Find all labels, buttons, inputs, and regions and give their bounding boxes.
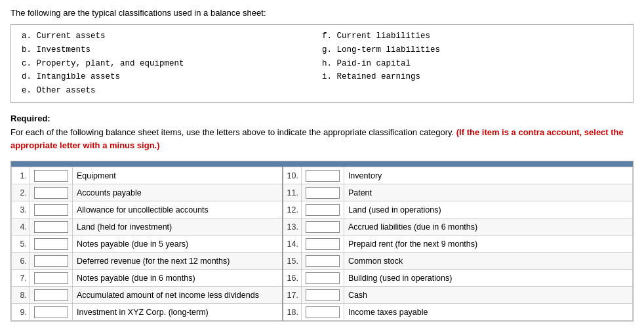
answer-input-left[interactable]: [30, 167, 73, 184]
item-label-right: Prepaid rent (for the next 9 months): [344, 236, 632, 253]
row-number-right: 17.: [283, 287, 302, 304]
answer-field[interactable]: [306, 187, 340, 199]
item-label-left: Equipment: [73, 167, 283, 184]
answer-input-right[interactable]: [301, 218, 344, 236]
item-label-left: Notes payable (due in 6 months): [73, 270, 283, 287]
answer-input-right[interactable]: [301, 270, 344, 287]
answer-input-left[interactable]: [30, 270, 73, 287]
row-number-left: 5.: [12, 236, 30, 253]
answer-field[interactable]: [306, 306, 340, 318]
classification-item: e. Other assets: [22, 85, 322, 97]
row-number-left: 7.: [12, 270, 30, 287]
row-number-right: 13.: [283, 218, 302, 236]
answer-input-right[interactable]: [301, 201, 344, 218]
classification-item: a. Current assets: [22, 30, 322, 43]
answer-input-left[interactable]: [30, 218, 73, 236]
item-label-right: Patent: [344, 184, 632, 201]
table-row: 5.Notes payable (due in 5 years)14.Prepa…: [12, 236, 633, 253]
answer-field[interactable]: [34, 238, 68, 250]
answer-field[interactable]: [34, 255, 68, 267]
required-text: For each of the following balance sheet …: [10, 127, 454, 137]
answer-field[interactable]: [306, 289, 340, 301]
row-number-left: 9.: [12, 304, 30, 321]
row-number-left: 8.: [12, 287, 30, 304]
item-label-left: Accounts payable: [73, 184, 283, 201]
classification-item: g. Long-term liabilities: [322, 44, 622, 56]
table-row: 2.Accounts payable11.Patent: [12, 184, 633, 201]
classification-item: f. Current liabilities: [322, 30, 622, 43]
answer-input-left[interactable]: [30, 304, 73, 321]
answer-input-right[interactable]: [301, 184, 344, 201]
answer-field[interactable]: [306, 221, 340, 233]
answer-field[interactable]: [306, 238, 340, 250]
classifications-left: a. Current assetsb. Investmentsc. Proper…: [22, 30, 322, 97]
answer-field[interactable]: [34, 272, 68, 284]
answer-input-left[interactable]: [30, 253, 73, 270]
answer-input-right[interactable]: [301, 304, 344, 321]
item-label-left: Deferred revenue (for the next 12 months…: [73, 253, 283, 270]
item-label-right: Common stock: [344, 253, 632, 270]
row-number-right: 18.: [283, 304, 302, 321]
classification-item: i. Retained earnings: [322, 71, 622, 83]
items-table: 1.Equipment10.Inventory2.Accounts payabl…: [11, 167, 633, 321]
answer-field[interactable]: [34, 221, 68, 233]
classifications-grid: a. Current assetsb. Investmentsc. Proper…: [11, 25, 633, 102]
intro-text: The following are the typical classifica…: [10, 8, 634, 18]
table-row: 6.Deferred revenue (for the next 12 mont…: [12, 253, 633, 270]
answer-input-left[interactable]: [30, 201, 73, 218]
answer-input-right[interactable]: [301, 236, 344, 253]
row-number-right: 12.: [283, 201, 302, 218]
answer-field[interactable]: [34, 187, 68, 199]
answer-field[interactable]: [34, 289, 68, 301]
table-row: 1.Equipment10.Inventory: [12, 167, 633, 184]
item-label-right: Building (used in operations): [344, 270, 632, 287]
item-label-left: Allowance for uncollectible accounts: [73, 201, 283, 218]
row-number-left: 2.: [12, 184, 30, 201]
classifications-box: a. Current assetsb. Investmentsc. Proper…: [10, 24, 634, 103]
answer-input-left[interactable]: [30, 287, 73, 304]
row-number-left: 4.: [12, 218, 30, 236]
table-header-bar: [11, 161, 633, 167]
row-number-right: 14.: [283, 236, 302, 253]
classification-item: h. Paid-in capital: [322, 58, 622, 70]
item-label-right: Land (used in operations): [344, 201, 632, 218]
answer-input-right[interactable]: [301, 287, 344, 304]
item-label-right: Inventory: [344, 167, 632, 184]
answer-field[interactable]: [306, 170, 340, 182]
answer-field[interactable]: [306, 204, 340, 216]
required-label: Required:: [10, 113, 50, 123]
answer-input-left[interactable]: [30, 184, 73, 201]
table-row: 3.Allowance for uncollectible accounts12…: [12, 201, 633, 218]
item-label-left: Accumulated amount of net income less di…: [73, 287, 283, 304]
classification-item: d. Intangible assets: [22, 71, 322, 83]
row-number-right: 16.: [283, 270, 302, 287]
table-row: 4.Land (held for investment)13.Accrued l…: [12, 218, 633, 236]
item-label-right: Cash: [344, 287, 632, 304]
table-row: 7.Notes payable (due in 6 months)16.Buil…: [12, 270, 633, 287]
answer-input-left[interactable]: [30, 236, 73, 253]
answer-field[interactable]: [306, 255, 340, 267]
answer-input-right[interactable]: [301, 167, 344, 184]
item-label-right: Accrued liabilities (due in 6 months): [344, 218, 632, 236]
item-label-left: Investment in XYZ Corp. (long-term): [73, 304, 283, 321]
classification-item: b. Investments: [22, 44, 322, 56]
row-number-right: 10.: [283, 167, 302, 184]
answer-field[interactable]: [306, 272, 340, 284]
table-row: 8.Accumulated amount of net income less …: [12, 287, 633, 304]
answer-field[interactable]: [34, 306, 68, 318]
required-section: Required: For each of the following bala…: [10, 112, 634, 153]
row-number-left: 1.: [12, 167, 30, 184]
item-label-left: Notes payable (due in 5 years): [73, 236, 283, 253]
answer-input-right[interactable]: [301, 253, 344, 270]
item-label-right: Income taxes payable: [344, 304, 632, 321]
table-row: 9.Investment in XYZ Corp. (long-term)18.…: [12, 304, 633, 321]
row-number-left: 6.: [12, 253, 30, 270]
answer-field[interactable]: [34, 170, 68, 182]
classification-item: c. Property, plant, and equipment: [22, 58, 322, 70]
classifications-right: f. Current liabilitiesg. Long-term liabi…: [322, 30, 622, 97]
row-number-left: 3.: [12, 201, 30, 218]
row-number-right: 11.: [283, 184, 302, 201]
item-label-left: Land (held for investment): [73, 218, 283, 236]
answer-field[interactable]: [34, 204, 68, 216]
row-number-right: 15.: [283, 253, 302, 270]
